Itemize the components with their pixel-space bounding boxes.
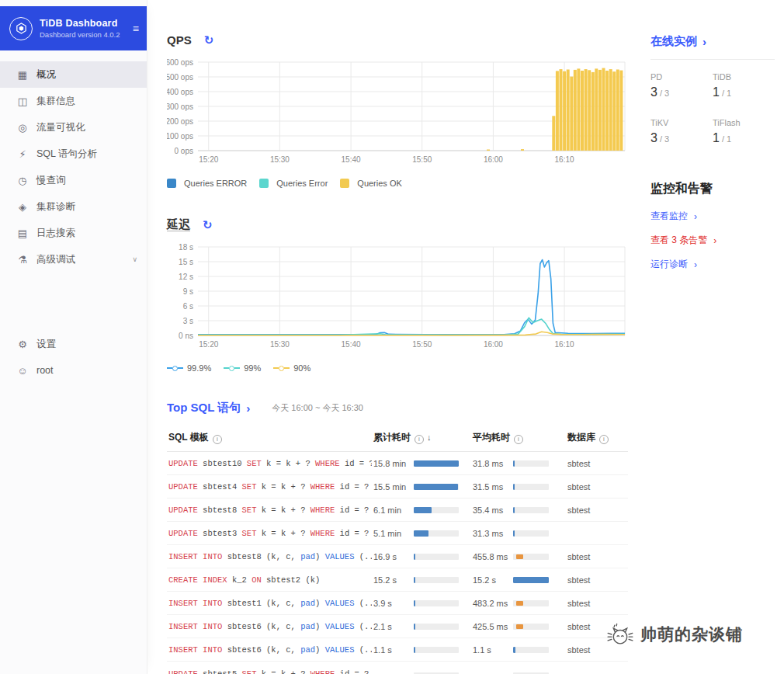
total-time-bar bbox=[414, 554, 459, 560]
sql-template: UPDATE sbtest3 SET k = k + ? WHERE id = … bbox=[168, 529, 369, 538]
svg-text:600 ops: 600 ops bbox=[167, 58, 193, 67]
overview-icon: ▦ bbox=[16, 69, 29, 81]
col-avg-time[interactable]: 平均耗时 bbox=[471, 424, 566, 452]
legend-item[interactable]: Queries ERROR bbox=[167, 179, 247, 188]
collapse-sidebar-icon[interactable]: ≡ bbox=[133, 23, 139, 35]
slow-queries-icon: ◷ bbox=[16, 175, 29, 186]
instance-tikv: TiKV3/ 3 bbox=[650, 118, 713, 145]
col-total-time[interactable]: 累计耗时↓ bbox=[372, 424, 471, 452]
table-row[interactable]: INSERT INTO sbtest6 (k, c, pad) VALUES (… bbox=[167, 615, 628, 638]
sidebar-item-user[interactable]: ☺root bbox=[0, 357, 147, 384]
sidebar-item-overview[interactable]: ▦概况 bbox=[0, 61, 147, 88]
total-time-bar bbox=[414, 624, 459, 630]
legend-item[interactable]: 90% bbox=[273, 363, 310, 373]
table-row[interactable]: UPDATE sbtest5 SET k = k + ? WHERE id = … bbox=[167, 662, 628, 674]
user-icon: ☺ bbox=[16, 365, 29, 377]
latency-title: 延迟 bbox=[167, 217, 190, 232]
avg-time-bar bbox=[513, 647, 549, 653]
avg-time-bar bbox=[513, 577, 549, 583]
legend-item[interactable]: Queries Error bbox=[259, 179, 328, 188]
total-time-value: 3.9 s bbox=[373, 599, 414, 608]
qps-panel: QPS ↻ 600 ops500 ops400 ops300 ops200 op… bbox=[167, 33, 652, 188]
total-time-value: 15.5 min bbox=[373, 482, 414, 492]
topsql-time-range: 今天 16:00 ~ 今天 16:30 bbox=[272, 402, 363, 414]
legend-item[interactable]: 99% bbox=[224, 363, 261, 373]
svg-text:16:00: 16:00 bbox=[484, 155, 503, 164]
app-title-block: TiDB Dashboard Dashboard version 4.0.2 bbox=[40, 18, 133, 39]
sidebar-item-label: root bbox=[36, 365, 54, 376]
refresh-latency-icon[interactable]: ↻ bbox=[203, 219, 213, 231]
instance-count: 1/ 1 bbox=[713, 131, 775, 145]
table-row[interactable]: CREATE INDEX k_2 ON sbtest2 (k)15.2 s15.… bbox=[167, 568, 628, 592]
info-icon[interactable] bbox=[599, 435, 609, 444]
sidebar-item-sql-statements[interactable]: ⚡SQL 语句分析 bbox=[0, 141, 147, 167]
sidebar-item-cluster-info[interactable]: ◫集群信息 bbox=[0, 88, 147, 114]
sidebar-item-slow-queries[interactable]: ◷慢查询 bbox=[0, 167, 147, 193]
sidebar-item-settings[interactable]: ⚙设置 bbox=[0, 331, 147, 357]
table-row[interactable]: INSERT INTO sbtest1 (k, c, pad) VALUES (… bbox=[167, 592, 628, 615]
sidebar-item-key-visualizer[interactable]: ◎流量可视化 bbox=[0, 114, 147, 141]
app-version: Dashboard version 4.0.2 bbox=[40, 30, 133, 39]
chevron-right-icon: › bbox=[694, 211, 697, 222]
sql-template: UPDATE sbtest5 SET k = k + ? WHERE id = … bbox=[168, 669, 369, 674]
avg-time-bar bbox=[513, 484, 549, 490]
monitoring-link[interactable]: 运行诊断› bbox=[650, 258, 775, 271]
svg-text:15:20: 15:20 bbox=[199, 340, 218, 349]
range-marker bbox=[516, 624, 523, 629]
table-row[interactable]: UPDATE sbtest10 SET k = k + ? WHERE id =… bbox=[167, 452, 628, 475]
total-time-bar bbox=[414, 530, 459, 537]
total-time-value: 6.1 min bbox=[373, 506, 414, 515]
avg-time-value: 31.3 ms bbox=[473, 529, 513, 538]
sql-template: INSERT INTO sbtest6 (k, c, pad) VALUES (… bbox=[168, 622, 372, 631]
total-time-value: 15.8 min bbox=[373, 459, 414, 468]
col-sql-template: SQL 模板 bbox=[167, 424, 372, 452]
legend-label: Queries OK bbox=[357, 179, 401, 188]
key-visualizer-icon: ◎ bbox=[16, 122, 29, 134]
monitoring-links: 查看监控›查看 3 条告警›运行诊断› bbox=[650, 210, 775, 271]
sidebar-item-log-search[interactable]: ▤日志搜索 bbox=[0, 220, 147, 246]
database-value: sbtest bbox=[567, 459, 590, 468]
instance-tiflash: TiFlash1/ 1 bbox=[713, 118, 775, 145]
info-icon[interactable] bbox=[415, 435, 424, 444]
legend-item[interactable]: Queries OK bbox=[340, 179, 401, 188]
main-content: QPS ↻ 600 ops500 ops400 ops300 ops200 op… bbox=[147, 0, 652, 674]
database-value: sbtest bbox=[567, 482, 590, 492]
svg-text:15:50: 15:50 bbox=[412, 155, 432, 164]
sidebar-item-cluster-diagnostics[interactable]: ◈集群诊断 bbox=[0, 193, 147, 220]
table-row[interactable]: INSERT INTO sbtest6 (k, c, pad) VALUES (… bbox=[167, 638, 628, 662]
sidebar-item-advanced-debugging[interactable]: ⚗高级调试∨ bbox=[0, 246, 147, 273]
online-instances-link[interactable]: 在线实例 › bbox=[650, 34, 775, 49]
link-label: 查看 3 条告警 bbox=[650, 234, 707, 247]
svg-text:200 ops: 200 ops bbox=[167, 117, 193, 126]
database-value: sbtest bbox=[567, 575, 590, 585]
database-value: sbtest bbox=[567, 622, 590, 631]
legend-item[interactable]: 99.9% bbox=[167, 363, 211, 373]
sidebar-menu: ▦概况◫集群信息◎流量可视化⚡SQL 语句分析◷慢查询◈集群诊断▤日志搜索⚗高级… bbox=[0, 50, 147, 273]
topsql-header-row: SQL 模板 累计耗时↓ 平均耗时 数据库 bbox=[167, 424, 628, 452]
topsql-title-link[interactable]: Top SQL 语句 › bbox=[167, 401, 250, 415]
monitoring-link[interactable]: 查看监控› bbox=[650, 210, 775, 223]
table-row[interactable]: UPDATE sbtest3 SET k = k + ? WHERE id = … bbox=[167, 522, 628, 545]
info-icon[interactable] bbox=[213, 435, 222, 444]
svg-text:16:10: 16:10 bbox=[555, 155, 574, 164]
table-row[interactable]: UPDATE sbtest4 SET k = k + ? WHERE id = … bbox=[167, 475, 628, 499]
total-time-bar bbox=[414, 647, 459, 653]
table-row[interactable]: INSERT INTO sbtest8 (k, c, pad) VALUES (… bbox=[167, 545, 628, 568]
svg-text:18 s: 18 s bbox=[179, 243, 193, 252]
info-icon[interactable] bbox=[514, 435, 523, 444]
legend-label: 90% bbox=[293, 363, 310, 373]
link-label: 运行诊断 bbox=[650, 258, 688, 271]
instance-count: 3/ 3 bbox=[650, 85, 713, 99]
database-value: sbtest bbox=[567, 645, 590, 655]
monitoring-link[interactable]: 查看 3 条告警› bbox=[650, 234, 775, 247]
svg-text:15:50: 15:50 bbox=[412, 340, 432, 349]
svg-text:9 s: 9 s bbox=[183, 287, 193, 296]
total-time-value: 2.1 s bbox=[373, 622, 414, 631]
database-value: sbtest bbox=[567, 599, 590, 608]
legend-label: 99.9% bbox=[187, 363, 211, 373]
avg-time-value: 15.2 s bbox=[473, 575, 513, 585]
table-row[interactable]: UPDATE sbtest8 SET k = k + ? WHERE id = … bbox=[167, 499, 628, 522]
svg-text:6 s: 6 s bbox=[183, 302, 193, 311]
refresh-qps-icon[interactable]: ↻ bbox=[204, 34, 214, 46]
monitoring-heading: 监控和告警 bbox=[650, 181, 775, 197]
